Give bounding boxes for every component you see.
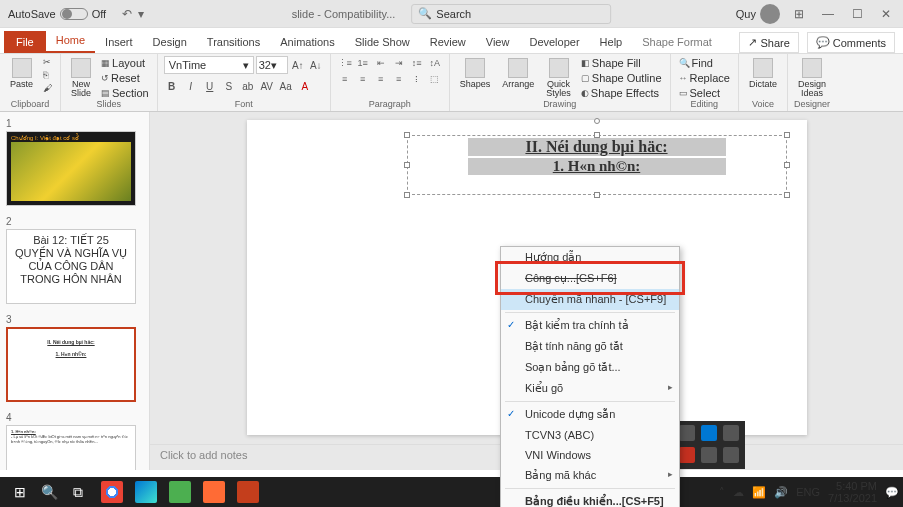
resize-handle[interactable] xyxy=(594,132,600,138)
justify-button[interactable]: ≡ xyxy=(391,72,407,86)
taskbar-powerpoint[interactable] xyxy=(232,478,264,506)
shape-outline-button[interactable]: ▢ Shape Outline xyxy=(579,71,664,85)
resize-handle[interactable] xyxy=(784,192,790,198)
shadow-button[interactable]: ab xyxy=(240,78,256,94)
onedrive-icon[interactable]: ☁ xyxy=(733,486,744,499)
align-left-button[interactable]: ≡ xyxy=(337,72,353,86)
close-icon[interactable]: ✕ xyxy=(877,7,895,21)
volume-icon[interactable]: 🔊 xyxy=(774,486,788,499)
resize-handle[interactable] xyxy=(404,192,410,198)
resize-handle[interactable] xyxy=(594,192,600,198)
shape-effects-button[interactable]: ◐ Shape Effects xyxy=(579,86,664,100)
resize-handle[interactable] xyxy=(404,162,410,168)
strikethrough-button[interactable]: S xyxy=(221,78,237,94)
slide-text-line1[interactable]: II. Néi dung bµi häc: xyxy=(468,138,726,156)
tray-icon[interactable] xyxy=(679,425,695,441)
paste-button[interactable]: Paste xyxy=(6,56,37,91)
increase-font-button[interactable]: A↑ xyxy=(290,57,306,73)
tab-home[interactable]: Home xyxy=(46,29,95,53)
format-painter-button[interactable]: 🖌 xyxy=(41,82,54,94)
section-button[interactable]: ▤ Section xyxy=(99,86,151,100)
italic-button[interactable]: I xyxy=(183,78,199,94)
menu-tcvn3[interactable]: TCVN3 (ABC) xyxy=(501,425,679,445)
font-size-select[interactable]: 32▾ xyxy=(256,56,288,74)
shape-fill-button[interactable]: ◧ Shape Fill xyxy=(579,56,664,70)
tab-shape-format[interactable]: Shape Format xyxy=(632,31,722,53)
bullets-button[interactable]: ⋮≡ xyxy=(337,56,353,70)
shapes-button[interactable]: Shapes xyxy=(456,56,495,91)
dictate-button[interactable]: Dictate xyxy=(745,56,781,91)
text-direction-button[interactable]: ↕A xyxy=(427,56,443,70)
tab-slideshow[interactable]: Slide Show xyxy=(345,31,420,53)
user-account[interactable]: Quy xyxy=(736,4,780,24)
smartart-button[interactable]: ⬚ xyxy=(427,72,443,86)
start-button[interactable]: ⊞ xyxy=(4,478,36,506)
taskbar-clock[interactable]: 5:40 PM 7/13/2021 xyxy=(828,480,877,504)
language-indicator[interactable]: ENG xyxy=(796,486,820,498)
select-button[interactable]: ▭ Select xyxy=(677,86,732,100)
taskbar-app[interactable] xyxy=(198,478,230,506)
quick-styles-button[interactable]: Quick Styles xyxy=(542,56,575,100)
tab-view[interactable]: View xyxy=(476,31,520,53)
tab-transitions[interactable]: Transitions xyxy=(197,31,270,53)
indent-decrease-button[interactable]: ⇤ xyxy=(373,56,389,70)
tab-file[interactable]: File xyxy=(4,31,46,53)
task-view-icon[interactable]: ⧉ xyxy=(62,478,94,506)
notifications-icon[interactable]: 💬 xyxy=(885,486,899,499)
tray-icon[interactable] xyxy=(723,425,739,441)
find-button[interactable]: 🔍 Find xyxy=(677,56,732,70)
menu-kieu-go[interactable]: Kiểu gõ xyxy=(501,378,679,399)
tab-insert[interactable]: Insert xyxy=(95,31,143,53)
menu-bang-ma-khac[interactable]: Bảng mã khác xyxy=(501,465,679,486)
tray-chevron-icon[interactable]: ˄ xyxy=(719,486,725,499)
menu-bat-kiem-tra[interactable]: Bật kiểm tra chính tả xyxy=(501,315,679,336)
share-button[interactable]: ↗Share xyxy=(739,32,798,53)
replace-button[interactable]: ↔ Replace xyxy=(677,71,732,85)
taskbar-app[interactable] xyxy=(96,478,128,506)
change-case-button[interactable]: Aa xyxy=(278,78,294,94)
comments-button[interactable]: 💬Comments xyxy=(807,32,895,53)
align-center-button[interactable]: ≡ xyxy=(355,72,371,86)
slide-thumbnail-4[interactable]: 1. H«n nh©n: - Lµ sù liªn kÕt ®Æc biÖt g… xyxy=(6,425,136,470)
thumbnails-panel[interactable]: 1 Chương I: Việt đạt cơ sở 2 Bài 12: TIẾ… xyxy=(0,112,150,470)
slide-thumbnail-1[interactable]: Chương I: Việt đạt cơ sở xyxy=(6,131,136,206)
new-slide-button[interactable]: New Slide xyxy=(67,56,95,100)
autosave-toggle[interactable]: AutoSave Off xyxy=(8,8,106,20)
search-input[interactable]: 🔍 Search xyxy=(411,4,611,24)
rotate-handle[interactable] xyxy=(594,118,600,124)
resize-handle[interactable] xyxy=(784,162,790,168)
menu-chuyen-ma-nhanh[interactable]: Chuyển mã nhanh - [CS+F9] xyxy=(501,289,679,310)
decrease-font-button[interactable]: A↓ xyxy=(308,57,324,73)
menu-cong-cu[interactable]: Công cụ...[CS+F6] xyxy=(501,268,679,289)
layout-button[interactable]: ▦ Layout xyxy=(99,56,151,70)
tray-icon[interactable] xyxy=(723,447,739,463)
font-color-button[interactable]: A xyxy=(297,78,313,94)
taskbar-search-icon[interactable]: 🔍 xyxy=(38,478,60,506)
numbering-button[interactable]: 1≡ xyxy=(355,56,371,70)
design-ideas-button[interactable]: Design Ideas xyxy=(794,56,830,100)
indent-increase-button[interactable]: ⇥ xyxy=(391,56,407,70)
menu-bat-tinh-nang[interactable]: Bật tính năng gõ tắt xyxy=(501,336,679,357)
tab-developer[interactable]: Developer xyxy=(519,31,589,53)
tab-review[interactable]: Review xyxy=(420,31,476,53)
tray-icon[interactable] xyxy=(701,447,717,463)
tab-animations[interactable]: Animations xyxy=(270,31,344,53)
arrange-button[interactable]: Arrange xyxy=(498,56,538,91)
unikey-icon[interactable] xyxy=(679,447,695,463)
underline-button[interactable]: U xyxy=(202,78,218,94)
bluetooth-icon[interactable] xyxy=(701,425,717,441)
ribbon-options-icon[interactable]: ⊞ xyxy=(790,7,808,21)
copy-button[interactable]: ⎘ xyxy=(41,69,54,81)
taskbar-app[interactable] xyxy=(164,478,196,506)
slide-text-line2[interactable]: 1. H«n nh©n: xyxy=(468,158,726,175)
align-right-button[interactable]: ≡ xyxy=(373,72,389,86)
redo-icon[interactable]: ▾ xyxy=(138,7,144,21)
resize-handle[interactable] xyxy=(404,132,410,138)
bold-button[interactable]: B xyxy=(164,78,180,94)
char-spacing-button[interactable]: AV xyxy=(259,78,275,94)
undo-icon[interactable]: ↶ xyxy=(122,7,132,21)
font-name-select[interactable]: VnTime▾ xyxy=(164,56,254,74)
tab-help[interactable]: Help xyxy=(590,31,633,53)
columns-button[interactable]: ⫶ xyxy=(409,72,425,86)
textbox-selected[interactable]: II. Néi dung bµi häc: 1. H«n nh©n: xyxy=(407,135,787,195)
